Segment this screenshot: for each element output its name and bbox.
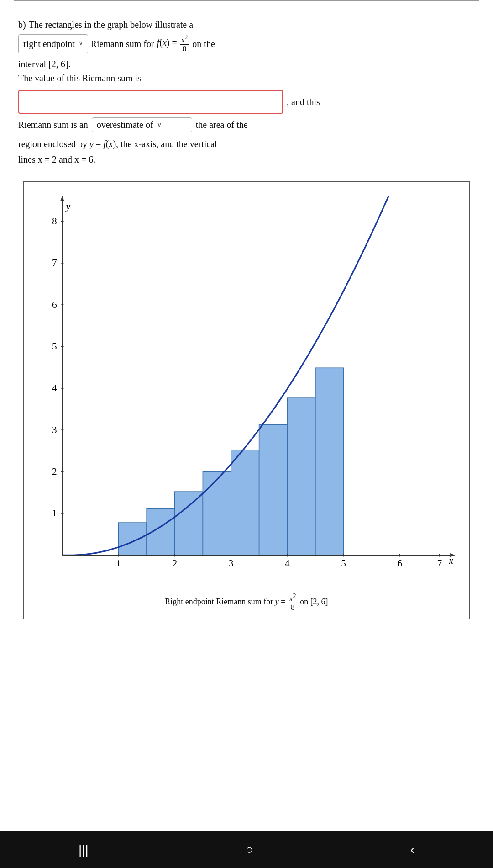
estimate-dropdown-chevron: ∨ xyxy=(157,121,162,129)
x-label-4: 4 xyxy=(285,558,290,569)
answer-row: , and this xyxy=(18,90,475,114)
endpoint-dropdown[interactable]: right endpoint ∨ xyxy=(18,34,88,53)
riemann-type-row: Riemann sum is an overestimate of ∨ the … xyxy=(18,117,475,132)
intro-text: The rectangles in the graph below illust… xyxy=(29,17,193,32)
graph-svg: 1 2 3 4 5 6 7 x 1 xyxy=(28,186,465,584)
y-label-6: 6 xyxy=(52,299,57,310)
the-area-text: the area of the xyxy=(196,120,248,130)
rect-5 xyxy=(231,450,259,556)
function-expr: f(x) = x28 xyxy=(157,34,190,53)
line1: b) The rectangles in the graph below ill… xyxy=(18,17,475,32)
rect-6 xyxy=(259,425,288,556)
y-label-2: 2 xyxy=(52,466,57,477)
endpoint-dropdown-label: right endpoint xyxy=(23,37,75,51)
endpoint-dropdown-chevron: ∨ xyxy=(79,38,83,48)
on-the-text: on the xyxy=(192,37,215,51)
interval-line: interval [2, 6]. xyxy=(18,59,475,69)
graph-caption: Right endpoint Riemann sum for y = x28 o… xyxy=(28,587,465,619)
value-label: The value of this Riemann sum is xyxy=(18,73,141,83)
bottom-nav: ||| ○ ‹ xyxy=(0,831,493,868)
part-b-intro: b) The rectangles in the graph below ill… xyxy=(18,17,475,53)
graph-container: 1 2 3 4 5 6 7 x 1 xyxy=(23,181,470,619)
value-line: The value of this Riemann sum is xyxy=(18,73,475,84)
nav-back-button[interactable]: ||| xyxy=(60,838,107,862)
y-axis-label: y xyxy=(65,201,71,212)
x-label-6: 6 xyxy=(397,558,402,569)
y-label-1: 1 xyxy=(52,508,57,519)
part-label: b) xyxy=(18,17,26,32)
fraction: x28 xyxy=(180,34,189,53)
content-area: b) The rectangles in the graph below ill… xyxy=(0,1,493,619)
interval-text: interval [2, 6]. xyxy=(18,59,70,69)
region-description: region enclosed by y = f(x), the x-axis,… xyxy=(18,139,217,164)
y-label-5: 5 xyxy=(52,341,57,352)
x-label-2: 2 xyxy=(172,558,177,569)
region-text: region enclosed by y = f(x), the x-axis,… xyxy=(18,136,475,167)
y-label-7: 7 xyxy=(52,257,57,268)
rect-7 xyxy=(287,398,315,555)
x-label-7: 7 xyxy=(437,558,442,569)
nav-forward-button[interactable]: ‹ xyxy=(392,838,433,862)
graph-caption-text: Right endpoint Riemann sum for y = x28 o… xyxy=(165,597,328,606)
y-label-3: 3 xyxy=(52,424,57,435)
endpoint-line: right endpoint ∨ Riemann sum for f(x) = … xyxy=(18,34,475,53)
rect-8 xyxy=(315,368,344,555)
y-label-4: 4 xyxy=(52,382,57,393)
estimate-dropdown[interactable]: overestimate of ∨ xyxy=(92,117,192,132)
graph-svg-wrap: 1 2 3 4 5 6 7 x 1 xyxy=(28,186,465,587)
nav-home-button[interactable]: ○ xyxy=(227,838,272,862)
y-axis-arrow xyxy=(60,196,64,201)
x-label-3: 3 xyxy=(229,558,234,569)
x-label-1: 1 xyxy=(116,558,121,569)
estimate-dropdown-label: overestimate of xyxy=(97,120,153,130)
y-label-8: 8 xyxy=(52,216,57,227)
x-axis-label: x xyxy=(449,555,454,566)
riemann-sum-is-an: Riemann sum is an xyxy=(18,120,88,130)
riemann-text: Riemann sum for xyxy=(91,37,154,51)
and-this-text: , and this xyxy=(287,97,320,107)
rect-3 xyxy=(175,492,203,555)
x-label-5: 5 xyxy=(341,558,346,569)
rect-4 xyxy=(203,472,231,556)
rect-1 xyxy=(119,523,147,555)
answer-input[interactable] xyxy=(18,90,283,114)
